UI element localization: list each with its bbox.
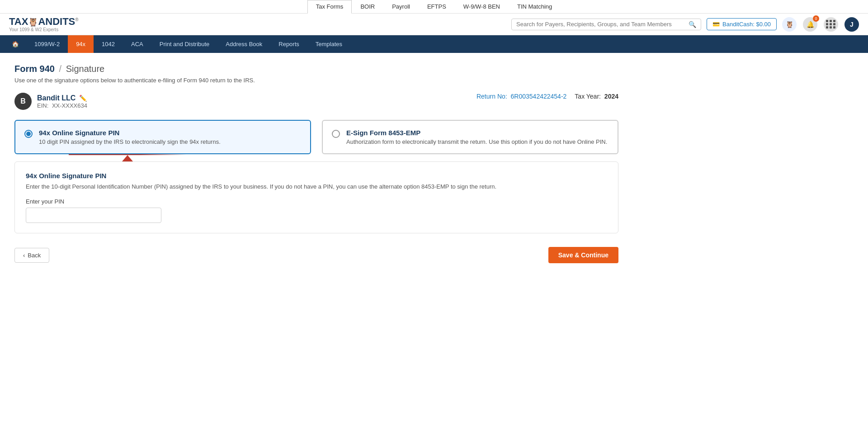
owl-icon-button[interactable]: 🦉 [782, 17, 797, 32]
radio-esign[interactable] [332, 130, 340, 138]
return-info: Return No: 6R003542422454-2 Tax Year: 20… [476, 93, 618, 100]
header-bar: TAX🦉ANDITS® Your 1099 & W2 Experts 🔍 💳 B… [0, 14, 868, 35]
search-bar[interactable]: 🔍 [511, 19, 701, 30]
signature-options: 94x Online Signature PIN 10 digit PIN as… [14, 120, 618, 154]
nav-templates[interactable]: Templates [307, 35, 350, 53]
signature-option-online-pin[interactable]: 94x Online Signature PIN 10 digit PIN as… [14, 120, 311, 154]
online-pin-content: 94x Online Signature PIN 10 digit PIN as… [39, 129, 221, 145]
logo-subtitle: Your 1099 & W2 Experts [9, 27, 79, 32]
top-nav-w9[interactable]: W-9/W-8 BEN [455, 0, 509, 13]
form-name: Form 940 [14, 64, 55, 74]
tax-year: Tax Year: 2024 [575, 93, 618, 100]
nav-home[interactable]: 🏠 [5, 35, 26, 53]
search-input[interactable] [516, 21, 686, 28]
return-no-label: Return No: 6R003542422454-2 [476, 93, 566, 100]
notification-badge: 0 [813, 15, 819, 22]
company-row: B Bandit LLC ✏️ EIN: XX-XXXX634 Return N… [14, 93, 618, 110]
pin-section-description: Enter the 10-digit Personal Identificati… [26, 183, 607, 190]
pin-label: Enter your PIN [26, 198, 607, 205]
online-pin-title: 94x Online Signature PIN [39, 129, 221, 137]
top-nav-eftps[interactable]: EFTPS [419, 0, 455, 13]
company-ein: EIN: XX-XXXX634 [37, 102, 87, 109]
nav-aca[interactable]: ACA [123, 35, 151, 53]
top-nav-taxforms[interactable]: Tax Forms [307, 0, 352, 14]
signature-option-esign[interactable]: E-Sign Form 8453-EMP Authorization form … [322, 120, 618, 154]
nav-94x[interactable]: 94x [68, 35, 94, 53]
esign-title: E-Sign Form 8453-EMP [346, 129, 607, 137]
bandit-cash-button[interactable]: 💳 BanditCash: $0.00 [707, 18, 777, 30]
page-description: Use one of the signature options below t… [14, 77, 618, 84]
logo[interactable]: TAX🦉ANDITS® Your 1099 & W2 Experts [9, 16, 79, 32]
save-continue-button[interactable]: Save & Continue [548, 247, 618, 263]
online-pin-desc: 10 digit PIN assigned by the IRS to elec… [39, 138, 221, 145]
pin-input[interactable] [26, 208, 161, 223]
main-navigation: 🏠 1099/W-2 94x 1042 ACA Print and Distri… [0, 35, 868, 53]
radio-online-pin[interactable] [24, 130, 33, 138]
page-title: Form 940 / Signature [14, 64, 618, 74]
header-icons: 🦉 🔔 0 J [782, 17, 859, 32]
notification-bell[interactable]: 🔔 0 [803, 17, 817, 32]
top-nav-payroll[interactable]: Payroll [383, 0, 419, 13]
top-nav-tin[interactable]: TIN Matching [509, 0, 561, 13]
nav-1099-w2[interactable]: 1099/W-2 [26, 35, 68, 53]
page-content: Form 940 / Signature Use one of the sign… [0, 53, 633, 274]
arrow-indicator [122, 155, 133, 161]
company-avatar: B [14, 93, 32, 110]
page-subtitle-part: Signature [66, 64, 105, 74]
esign-content: E-Sign Form 8453-EMP Authorization form … [346, 129, 607, 145]
top-navigation: Tax Forms BOIR Payroll EFTPS W-9/W-8 BEN… [0, 0, 868, 14]
company-details: Bandit LLC ✏️ EIN: XX-XXXX634 [37, 94, 87, 109]
back-button[interactable]: ‹ Back [14, 248, 49, 263]
company-name: Bandit LLC ✏️ [37, 94, 87, 102]
title-separator: / [59, 64, 64, 74]
pin-section: 94x Online Signature PIN Enter the 10-di… [14, 161, 618, 233]
wallet-icon: 💳 [712, 21, 720, 28]
bandit-cash-label: BanditCash: $0.00 [722, 21, 771, 28]
search-icon: 🔍 [689, 21, 696, 28]
button-row: ‹ Back Save & Continue [14, 247, 618, 263]
back-chevron-icon: ‹ [23, 252, 25, 259]
esign-desc: Authorization form to electronically tra… [346, 138, 607, 145]
edit-company-icon[interactable]: ✏️ [79, 95, 87, 102]
nav-1042[interactable]: 1042 [94, 35, 123, 53]
apps-grid-icon[interactable] [824, 17, 838, 32]
nav-address-book[interactable]: Address Book [217, 35, 270, 53]
top-nav-boir[interactable]: BOIR [352, 0, 383, 13]
nav-reports[interactable]: Reports [270, 35, 307, 53]
user-avatar[interactable]: J [844, 17, 859, 32]
company-info: B Bandit LLC ✏️ EIN: XX-XXXX634 [14, 93, 87, 110]
pin-section-title: 94x Online Signature PIN [26, 172, 607, 180]
nav-print-distribute[interactable]: Print and Distribute [151, 35, 218, 53]
